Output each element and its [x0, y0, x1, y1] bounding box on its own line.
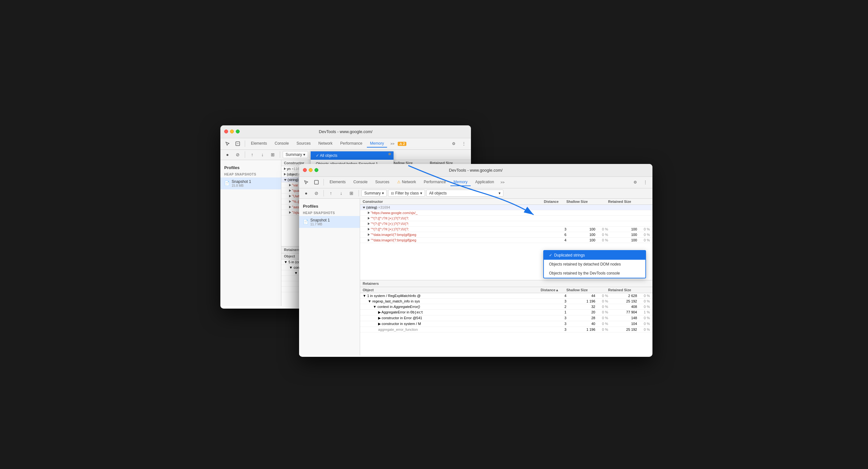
constructor-row-regex1[interactable]: "^(?:([^:/?#.]+):)?(?:\/\/(?: — [360, 216, 652, 221]
duplicated-strings-dropdown: ✓ Duplicated strings Objects retained by… — [543, 250, 646, 279]
secondary-toolbar-back: ● ⊘ ↑ ↓ ⊞ Summary ▾ ✓ All objects Object… — [220, 150, 471, 160]
snapshot-item-front[interactable]: 📄 Snapshot 1 11.7 MB — [299, 216, 360, 228]
col-retained-pct-front — [637, 200, 650, 203]
settings-icon-front[interactable]: ⚙ — [630, 178, 640, 187]
tab-console-back[interactable]: Console — [272, 140, 292, 148]
tab-memory-back[interactable]: Memory — [367, 140, 387, 148]
more-icon-back[interactable]: ⋮ — [459, 139, 468, 148]
tab-sources-front[interactable]: Sources — [372, 178, 393, 186]
constructor-row-data1[interactable]: "^data:image\/(?:bmp|gif|jpeg 6 100 0 % … — [360, 232, 652, 238]
summary-chevron-front: ▾ — [382, 191, 384, 196]
snapshot-name-back: Snapshot 1 — [231, 179, 251, 184]
minimize-button[interactable] — [230, 129, 234, 134]
constructor-row-https[interactable]: "https://www.google.com/xjs/_ — [360, 210, 652, 216]
more-tabs-front[interactable]: >> — [499, 179, 506, 185]
ret-row-3-front[interactable]: ▼ context in AggregateError() 2 32 0 % 4… — [360, 304, 652, 310]
col-distance-front: Distance — [544, 200, 566, 203]
snapshot-size-front: 11.7 MB — [310, 223, 330, 226]
tab-network-front[interactable]: ⚠ Network — [394, 178, 419, 186]
warning-badge-back[interactable]: ⚠ 2 — [398, 142, 406, 146]
stop-icon-front[interactable]: ⊘ — [312, 189, 321, 198]
ret-row-7-front[interactable]: aggregate_error_function 3 1 196 0 % 25 … — [360, 327, 652, 332]
tab-performance-front[interactable]: Performance — [421, 178, 449, 186]
devtools-window-front: DevTools - www.google.com/ Elements Cons… — [299, 164, 652, 357]
cursor-icon-front[interactable] — [302, 178, 311, 187]
tab-elements-front[interactable]: Elements — [327, 178, 349, 186]
ret-col-dist-front: Distance▲ — [541, 288, 566, 292]
summary-dropdown-front[interactable]: Summary ▾ — [362, 190, 387, 197]
filter-by-class-dropdown[interactable]: ⊟ Filter by class ▾ — [388, 190, 425, 197]
summary-label-front: Summary — [364, 191, 381, 196]
toolbar-divider-1 — [245, 141, 245, 147]
ret-col-obj-front: Object — [363, 288, 541, 292]
record-icon-front[interactable]: ● — [302, 189, 311, 198]
ret-row-5-front[interactable]: ▶ constructor in Error @541 3 28 0 % 148… — [360, 315, 652, 321]
tab-elements-back[interactable]: Elements — [248, 140, 270, 148]
snapshot-icon-back: 📄 — [224, 181, 230, 186]
titlebar-back: DevTools - www.google.com/ — [220, 125, 471, 138]
sec-divider-2-back — [280, 151, 280, 158]
more-icon-front[interactable]: ⋮ — [641, 178, 650, 187]
filter-by-class-label: Filter by class — [395, 191, 418, 196]
stop-icon-back[interactable]: ⊘ — [233, 150, 242, 159]
record-icon-back[interactable]: ● — [223, 150, 232, 159]
svg-rect-2 — [314, 180, 318, 184]
sec-divider-front — [323, 190, 324, 197]
summary-dropdown-back[interactable]: Summary ▾ — [283, 151, 308, 158]
download-icon-front[interactable]: ↓ — [337, 189, 346, 198]
more-tabs-back[interactable]: >> — [389, 141, 396, 147]
duplicated-strings-label: Duplicated strings — [554, 253, 585, 258]
tab-sources-back[interactable]: Sources — [293, 140, 314, 148]
secondary-toolbar-front: ● ⊘ ↑ ↓ ⊞ Summary ▾ ⊟ Filter by class ▾ … — [299, 188, 652, 199]
trash-icon-back[interactable]: ⊞ — [268, 150, 277, 159]
ret-col-retained-front: Retained Size — [608, 288, 637, 292]
col-shallow-pct-front — [595, 200, 608, 203]
window-title-front: DevTools - www.google.com/ — [449, 168, 503, 173]
inspect-icon[interactable] — [233, 139, 242, 148]
all-objects-chevron: ▾ — [499, 191, 500, 196]
upload-icon-front[interactable]: ↑ — [327, 189, 335, 198]
tab-application-front[interactable]: Application — [472, 178, 497, 186]
dropdown-devtools-console[interactable]: Objects retained by the DevTools console — [544, 269, 645, 278]
trash-icon-front[interactable]: ⊞ — [347, 189, 356, 198]
minimize-button-front[interactable] — [309, 168, 313, 172]
ret-row-2-front[interactable]: ▼ regexp_last_match_info in sys 3 1 196 … — [360, 299, 652, 304]
retainers-header-front: Retainers — [360, 280, 652, 287]
upload-icon-back[interactable]: ↑ — [248, 150, 257, 159]
dropdown-detached-dom[interactable]: Objects retained by detached DOM nodes — [544, 260, 645, 269]
retainers-table-header-front: Object Distance▲ Shallow Size Retained S… — [360, 287, 652, 293]
ret-row-4-front[interactable]: ▶ AggregateError in Object 1 20 0 % 77 9… — [360, 310, 652, 315]
traffic-lights-front — [303, 168, 318, 172]
ret-row-6-front[interactable]: ▶ constructor in system / M 3 40 0 % 104… — [360, 321, 652, 327]
tab-performance-back[interactable]: Performance — [337, 140, 366, 148]
snapshot-name-front: Snapshot 1 — [310, 218, 330, 223]
cursor-icon[interactable] — [223, 139, 232, 148]
constructor-row-string-front[interactable]: (string) ×31694 — [360, 205, 652, 210]
ret-col-shallow-front: Shallow Size — [566, 288, 595, 292]
traffic-lights-back — [224, 129, 240, 134]
col-shallow-front: Shallow Size — [566, 200, 595, 203]
close-button-front[interactable] — [303, 168, 307, 172]
constructor-row-regex3[interactable]: "^(?:([^:/?#.]+):)?(?:\/\/(?: 3 100 0 % … — [360, 227, 652, 232]
close-button[interactable] — [224, 129, 228, 134]
dropdown-duplicated-strings[interactable]: ✓ Duplicated strings — [544, 251, 645, 260]
titlebar-front: DevTools - www.google.com/ — [299, 164, 652, 177]
constructor-row-data2[interactable]: "^data:image\/(?:bmp|gif|jpeg 4 100 0 % … — [360, 238, 652, 243]
maximize-button[interactable] — [236, 129, 240, 134]
ret-row-1-front[interactable]: ▼ 1 in system / RegExpMatchInfo @ 4 44 0… — [360, 293, 652, 299]
checkmark-icon: ✓ — [549, 253, 552, 258]
tab-console-front[interactable]: Console — [350, 178, 371, 186]
constructor-row-regex2[interactable]: "^(?:([^:/?#.]+):)?(?:\/\/(?: — [360, 221, 652, 227]
sec-divider-back — [245, 151, 245, 158]
tab-memory-front[interactable]: Memory — [451, 178, 471, 186]
sidebar-front: Profiles HEAP SNAPSHOTS 📄 Snapshot 1 11.… — [299, 199, 360, 355]
heap-snapshots-label-front: HEAP SNAPSHOTS — [299, 210, 360, 216]
maximize-button-front[interactable] — [314, 168, 318, 172]
inspect-icon-front[interactable] — [312, 178, 321, 187]
all-objects-dropdown-front[interactable]: All objects ▾ — [426, 190, 503, 197]
snapshot-item-back[interactable]: 📄 Snapshot 1 15.8 MB — [220, 177, 281, 189]
dropdown-all-objects[interactable]: ✓ All objects — [311, 151, 394, 160]
download-icon-back[interactable]: ↓ — [258, 150, 267, 159]
settings-icon-back[interactable]: ⚙ — [449, 139, 458, 148]
tab-network-back[interactable]: Network — [315, 140, 336, 148]
